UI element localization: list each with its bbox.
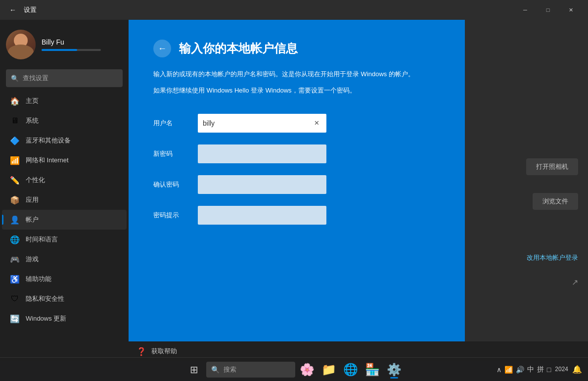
pinyin-icon[interactable]: 拼 xyxy=(537,365,544,374)
taskbar-search-text: 搜索 xyxy=(224,365,236,374)
sidebar: Billy Fu 🔍 查找设置 🏠 主页 🖥 系统 xyxy=(0,20,129,361)
sidebar-item-accounts[interactable]: 👤 帐户 xyxy=(2,210,127,230)
bluetooth-icon: 🔷 xyxy=(10,136,20,145)
search-placeholder: 查找设置 xyxy=(23,74,48,83)
title-bar: ← 设置 ─ □ ✕ xyxy=(0,0,588,20)
search-icon: 🔍 xyxy=(11,75,19,82)
sidebar-item-update[interactable]: 🔄 Windows 更新 xyxy=(2,309,127,329)
local-account-dialog: ← 输入你的本地帐户信息 输入新的或现有的本地帐户的用户名和密码。这是你从现在开… xyxy=(129,20,465,361)
settings-taskbar-icon: ⚙️ xyxy=(387,363,402,377)
password-hint-input-wrap xyxy=(198,206,440,225)
new-password-input[interactable] xyxy=(198,144,326,163)
update-icon: 🔄 xyxy=(10,314,20,324)
chevron-icon[interactable]: ∧ xyxy=(497,366,501,374)
volume-icon[interactable]: 🔊 xyxy=(516,366,524,374)
taskbar-search[interactable]: 🔍 搜索 xyxy=(206,362,295,378)
network-label: 网络和 Internet xyxy=(26,156,69,165)
back-button[interactable]: ← xyxy=(6,3,20,17)
new-password-input-wrap xyxy=(198,144,440,163)
sidebar-item-system[interactable]: 🖥 系统 xyxy=(2,111,127,131)
camera-button[interactable]: 打开照相机 xyxy=(526,158,578,175)
user-progress-bar xyxy=(42,49,101,51)
taskbar-sys-icons: ∧ 📶 🔊 中 拼 □ xyxy=(497,365,551,374)
dialog-back-button[interactable]: ← xyxy=(153,40,171,57)
personalization-icon: ✏️ xyxy=(10,175,20,185)
system-label: 系统 xyxy=(26,116,39,125)
username-input-wrap: ✕ xyxy=(198,114,440,133)
dialog-description-2: 如果你想继续使用 Windows Hello 登录 Windows，需要设置一个… xyxy=(153,86,440,96)
personalization-label: 个性化 xyxy=(26,176,45,185)
taskbar-search-icon: 🔍 xyxy=(211,366,220,374)
dialog-title: 输入你的本地帐户信息 xyxy=(179,41,298,56)
user-profile: Billy Fu xyxy=(0,22,129,69)
notification-icon[interactable]: 🔔 xyxy=(572,365,582,374)
sidebar-item-time[interactable]: 🌐 时间和语言 xyxy=(2,230,127,249)
settings-search[interactable]: 🔍 查找设置 xyxy=(6,69,123,87)
network-icon: 📶 xyxy=(10,155,20,165)
window-title: 设置 xyxy=(24,5,37,14)
input-method-icon[interactable]: 中 xyxy=(527,365,534,374)
home-label: 主页 xyxy=(26,96,39,105)
store-icon: 🏪 xyxy=(365,363,380,377)
edge-icon: 🌐 xyxy=(343,363,358,377)
bluetooth-label: 蓝牙和其他设备 xyxy=(26,136,71,145)
username-label: 用户名 xyxy=(153,119,198,128)
network-status-icon[interactable]: 📶 xyxy=(504,366,513,374)
dialog-description-1: 输入新的或现有的本地帐户的用户名和密码。这是你从现在开始用于登录 Windows… xyxy=(153,69,440,80)
new-password-label: 新密码 xyxy=(153,149,198,158)
user-info: Billy Fu xyxy=(42,38,123,51)
taskbar-right: ∧ 📶 🔊 中 拼 □ 2024 🔔 xyxy=(497,365,582,374)
local-account-link[interactable]: 改用本地帐户登录 xyxy=(527,253,578,262)
confirm-password-input-wrap xyxy=(198,175,440,194)
accessibility-icon: ♿ xyxy=(10,274,20,284)
content-area: Billy Fu 🔍 查找设置 🏠 主页 🖥 系统 xyxy=(0,20,588,361)
taskbar-time[interactable]: 2024 xyxy=(555,365,568,374)
username-row: 用户名 ✕ xyxy=(153,114,440,133)
accounts-label: 帐户 xyxy=(26,215,39,224)
sidebar-item-network[interactable]: 📶 网络和 Internet xyxy=(2,150,127,170)
taskbar-app-settings[interactable]: ⚙️ xyxy=(384,360,404,380)
user-name: Billy Fu xyxy=(42,38,123,46)
gaming-icon: 🎮 xyxy=(10,254,20,264)
external-link-icon: ↗ xyxy=(572,278,578,287)
confirm-password-label: 确认密码 xyxy=(153,180,198,189)
accessibility-label: 辅助功能 xyxy=(26,275,51,284)
display-icon[interactable]: □ xyxy=(547,366,551,374)
accounts-icon: 👤 xyxy=(10,215,20,225)
browse-button[interactable]: 浏览文件 xyxy=(533,193,578,210)
main-right-panel: 打开照相机 浏览文件 改用本地帐户登录 ↗ xyxy=(465,20,588,361)
sidebar-item-apps[interactable]: 📦 应用 xyxy=(2,190,127,210)
username-input[interactable] xyxy=(198,114,326,133)
close-button[interactable]: ✕ xyxy=(559,2,582,18)
sidebar-item-privacy[interactable]: 🛡 隐私和安全性 xyxy=(2,289,127,309)
gaming-label: 游戏 xyxy=(26,255,39,264)
sidebar-item-bluetooth[interactable]: 🔷 蓝牙和其他设备 xyxy=(2,131,127,150)
taskbar-app-edge[interactable]: 🌐 xyxy=(341,360,361,380)
avatar-image xyxy=(6,30,36,59)
start-button[interactable]: ⊞ xyxy=(184,360,204,380)
confirm-password-input[interactable] xyxy=(198,175,326,194)
password-hint-input[interactable] xyxy=(198,206,326,225)
taskbar-app-store[interactable]: 🏪 xyxy=(362,360,382,380)
maximize-button[interactable]: □ xyxy=(537,2,559,18)
taskbar-app-flowers[interactable]: 🌸 xyxy=(297,360,317,380)
password-hint-label: 密码提示 xyxy=(153,211,198,220)
minimize-button[interactable]: ─ xyxy=(514,2,537,18)
help-icon: ❓ xyxy=(136,347,146,356)
window-controls: ─ □ ✕ xyxy=(514,2,582,18)
help-text[interactable]: 获取帮助 xyxy=(151,347,177,356)
user-progress-fill xyxy=(42,49,77,51)
sidebar-item-home[interactable]: 🏠 主页 xyxy=(2,91,127,111)
apps-label: 应用 xyxy=(26,195,39,204)
username-clear-icon[interactable]: ✕ xyxy=(312,118,321,128)
apps-icon: 📦 xyxy=(10,195,20,205)
sidebar-item-gaming[interactable]: 🎮 游戏 xyxy=(2,249,127,269)
privacy-icon: 🛡 xyxy=(10,294,20,304)
start-icon: ⊞ xyxy=(190,364,198,376)
folder-icon: 📁 xyxy=(321,363,336,377)
dialog-header: ← 输入你的本地帐户信息 xyxy=(153,40,440,57)
system-icon: 🖥 xyxy=(10,116,20,126)
sidebar-item-personalization[interactable]: ✏️ 个性化 xyxy=(2,170,127,190)
sidebar-item-accessibility[interactable]: ♿ 辅助功能 xyxy=(2,269,127,289)
taskbar-app-folder[interactable]: 📁 xyxy=(319,360,339,380)
